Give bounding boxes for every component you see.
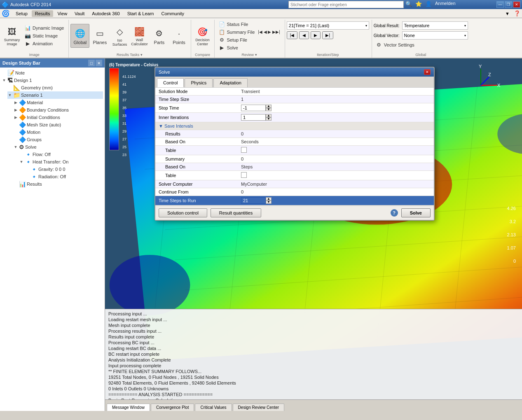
menu-autodesk360[interactable]: Autodesk 360 [89, 10, 123, 17]
setup-file-label: Setup File [227, 37, 247, 42]
row-solver-computer: Solver Computer MyComputer [155, 180, 434, 188]
help-icon[interactable]: ❓ [514, 10, 520, 16]
bookmark-icon[interactable]: ⭐ [414, 1, 424, 8]
table-2-checkbox[interactable] [241, 172, 247, 178]
solve-tree-icon: ⚙ [19, 144, 24, 150]
static-image-btn[interactable]: 📷 Static Image [22, 32, 66, 40]
menu-start-learn[interactable]: Start & Learn [124, 10, 157, 17]
menu-results[interactable]: Results [32, 10, 54, 17]
sidebar-item-initial[interactable]: ▶ 🔶 Initial Conditions [13, 114, 103, 121]
sidebar-item-motion[interactable]: 🔷 Motion [13, 128, 103, 136]
dialog-tab-adaptation[interactable]: Adaptation [213, 78, 248, 87]
bottom-tab-critical[interactable]: Critical Values [195, 404, 232, 411]
log-line-12: 92480 Total Elements, 0 Fluid Elements ,… [108, 380, 519, 386]
sidebar-item-mesh[interactable]: 🔷 Mesh Size (auto) [13, 121, 103, 128]
minimize-btn[interactable]: — [496, 1, 504, 8]
dialog-tab-physics[interactable]: Physics [185, 78, 213, 87]
bottom-tab-design-review[interactable]: Design Review Center [233, 404, 285, 411]
sidebar-item-results[interactable]: 📊 Results [13, 180, 103, 188]
dialog-tab-control[interactable]: Control [157, 78, 184, 87]
solution-control-btn[interactable]: Solution control [159, 208, 207, 217]
points-btn[interactable]: · Points [169, 24, 188, 48]
title-search-input[interactable] [288, 1, 404, 8]
sidebar-close-btn[interactable]: ✕ [96, 60, 102, 66]
sidebar-item-radiation[interactable]: 🔹 Radiation: Off [25, 173, 103, 180]
sidebar-item-groups[interactable]: 🔷 Groups [13, 136, 103, 143]
radiation-icon: 🔹 [30, 173, 37, 180]
menu-setup[interactable]: Setup [12, 10, 31, 17]
search-icon[interactable]: 🔍 [404, 1, 414, 8]
vector-dropdown[interactable]: None ▾ [402, 31, 468, 40]
stop-time-input[interactable] [241, 105, 266, 111]
sidebar-item-material[interactable]: ▶ 🔷 Material [13, 99, 103, 106]
user-icon[interactable]: 👤 [424, 1, 433, 8]
scenario1-icon: 📁 [13, 92, 20, 98]
ribbon: 🖼 SummaryImage 📊 Dynamic Image 📷 Static … [0, 18, 522, 58]
menu-view[interactable]: View [54, 10, 70, 17]
bottom-tab-convergence[interactable]: Convergence Plot [151, 404, 194, 411]
table-1-checkbox[interactable] [241, 147, 247, 153]
global-label: Global [74, 40, 87, 45]
sidebar-item-note[interactable]: 📝 Note [2, 69, 103, 77]
global-btn[interactable]: 🌐 Global [70, 24, 89, 48]
close-btn[interactable]: ✕ [513, 1, 520, 8]
log-line-11: 19251 Total Nodes, 0 Fluid Nodes , 19251… [108, 374, 519, 380]
solve-btn[interactable]: Solve [401, 208, 431, 217]
dynamic-image-btn[interactable]: 📊 Dynamic Image [22, 24, 66, 32]
bottom-tab-message[interactable]: Message Window [107, 404, 150, 411]
step-next-btn[interactable]: ▶ [311, 31, 321, 39]
login-btn[interactable]: Anmelden [433, 1, 457, 8]
dialog-close-btn[interactable]: ✕ [424, 69, 431, 75]
sidebar-item-flow[interactable]: 🔹 Flow: Off [19, 151, 103, 158]
time-steps-input[interactable] [241, 197, 266, 204]
sidebar-item-scenario1[interactable]: ▼ 📁 Szenario 1 [7, 91, 103, 99]
menu-vault[interactable]: Vault [71, 10, 88, 17]
stop-time-down[interactable]: ▼ [266, 108, 272, 111]
animation-btn[interactable]: ▶ Animation [22, 40, 66, 47]
setup-file-btn[interactable]: ⚙ Setup File [216, 36, 282, 44]
result-dropdown[interactable]: Temperature ▾ [402, 21, 468, 30]
decision-center-btn[interactable]: 🎯 DecisionCenter [193, 24, 212, 48]
status-file-btn[interactable]: 📄 Status File [216, 21, 282, 28]
sidebar-item-geometry[interactable]: 📐 Geometry (mm) [7, 84, 103, 91]
menu-extra[interactable]: ▼ [502, 10, 513, 17]
results-save-value: 0 [238, 130, 434, 138]
parts-btn[interactable]: ⚙ Parts [150, 24, 169, 48]
solve-ribbon-btn[interactable]: ▶ Solve [216, 44, 282, 51]
global-vector-row: Global Vector: None ▾ [374, 31, 468, 40]
time-steps-down[interactable]: ▼ [266, 201, 272, 204]
review-label: Review ▾ [216, 53, 282, 58]
planes-btn[interactable]: ▭ Planes [90, 24, 109, 48]
iso-surfaces-btn[interactable]: ◇ Iso Surfaces [110, 24, 129, 48]
sidebar-item-boundary[interactable]: ▶ 🔶 Boundary Conditions [13, 106, 103, 114]
time-steps-value[interactable]: ▲ ▼ [238, 196, 434, 205]
step-dropdown[interactable]: 21[Time = 21] (Last) ▾ [287, 21, 369, 30]
solve-icon: ▶ [218, 44, 225, 51]
result-quantities-btn[interactable]: Result quantities [211, 208, 261, 217]
menu-community[interactable]: Community [158, 10, 187, 17]
stop-time-spinner[interactable]: ▲ ▼ [241, 105, 431, 111]
inner-iter-spinner[interactable]: ▲ ▼ [241, 114, 431, 121]
sidebar-float-btn[interactable]: □ [88, 60, 95, 66]
help-btn[interactable]: ? [391, 209, 398, 217]
solve-dialog[interactable]: Solve ✕ Control Physics Adaptation Solut… [154, 67, 435, 221]
results-expand [13, 182, 18, 187]
content-area: (6) Temperature - Celsius 41.1124 41 39 … [105, 58, 522, 411]
legend-val9: 25 [122, 145, 136, 149]
step-first-btn[interactable]: |◀ [287, 31, 298, 39]
sidebar-item-design1[interactable]: ▼ 🏗 Design 1 [2, 77, 103, 84]
step-prev-btn[interactable]: ◀ [299, 31, 309, 39]
wall-calculator-btn[interactable]: 🧱 WallCalculator [130, 24, 149, 48]
summary-image-btn[interactable]: 🖼 SummaryImage [2, 24, 21, 48]
inner-iter-down[interactable]: ▼ [266, 117, 272, 121]
note-icon: 📝 [7, 70, 14, 76]
summary-file-btn[interactable]: 📋 Summary File |◀ ◀ ▶ ▶▶| [216, 28, 282, 36]
sidebar-item-solve[interactable]: ▼ ⚙ Solve [13, 143, 103, 151]
sidebar-item-gravity[interactable]: 🔹 Gravity: 0 0 0 [25, 166, 103, 173]
sidebar-item-heat[interactable]: ▼ 🔹 Heat Transfer: On [19, 158, 103, 166]
step-last-btn[interactable]: ▶| [322, 31, 333, 39]
vector-settings-btn[interactable]: ⚙ Vector Settings [374, 41, 468, 49]
time-steps-spinner[interactable]: ▲ ▼ [241, 197, 431, 204]
inner-iter-input[interactable] [241, 114, 266, 121]
restore-btn[interactable]: ❐ [505, 1, 512, 8]
